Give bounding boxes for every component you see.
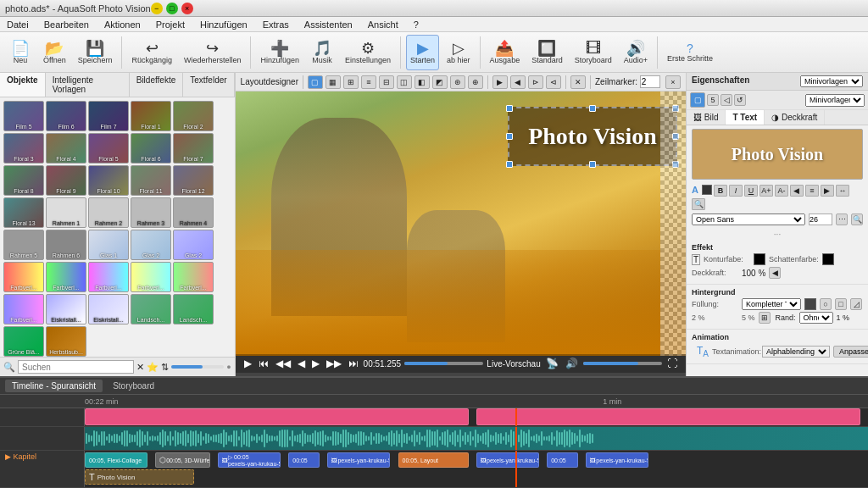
thumb-floral9[interactable]: Floral 9 [46,165,86,196]
font-align-r-btn[interactable]: ▶ [821,185,834,197]
live-preview-toggle[interactable]: 📡 [544,358,560,369]
handle-bl[interactable] [506,161,513,168]
tab-textfelder[interactable]: Textfelder [183,73,234,97]
rp-ctrl-3[interactable]: ◁ [721,94,732,106]
menu-projekt[interactable]: Projekt [153,19,188,30]
fullscreen-button[interactable]: ⛶ [665,358,679,369]
clip-photo4[interactable]: 🖼 pexels-yan-krukau-5... [476,452,539,468]
rp-ctrl-2[interactable]: 5 [707,94,719,106]
thumb-rahmen3[interactable]: Rahmen 3 [131,197,171,228]
tb-first-steps-button[interactable]: ? Erste Schritte [663,35,717,70]
fullung-btn2[interactable]: □ [835,298,847,310]
thumb-floral4[interactable]: Floral 4 [46,133,86,164]
thumb-herbst[interactable]: Herbstlaub... [46,326,86,357]
rp-tab-text[interactable]: T Text [726,110,765,125]
ld-grid2-btn[interactable]: ⊞ [343,75,359,89]
font-underline-btn[interactable]: U [744,185,758,197]
clip-photo6[interactable]: 🖼 pexels-yan-krukau-5... [586,452,648,468]
volume-slider[interactable] [583,362,662,365]
thumb-floral6[interactable]: Floral 6 [131,133,171,164]
font-size-input[interactable] [809,214,832,225]
menu-aktionen[interactable]: Aktionen [101,19,144,30]
thumb-glas2[interactable]: Glas 2 [131,230,171,260]
menu-assistenten[interactable]: Assistenten [301,19,356,30]
thumb-farbverl5[interactable]: Farbverl... [173,262,214,292]
rp-tab-bild[interactable]: 🖼 Bild [687,110,726,125]
tab-vorlagen[interactable]: Intelligente Vorlagen [46,73,130,97]
fullung-swatch[interactable] [804,298,816,310]
menu-bearbeiten[interactable]: Bearbeiten [41,19,92,30]
tb-storyboard-button[interactable]: 🎞 Storyboard [570,35,616,70]
schattenfarbe-swatch[interactable] [822,253,834,265]
tb-new-button[interactable]: 📄 Neu [5,35,36,70]
step-fwd-button[interactable]: ▶ [310,358,321,369]
zeilmarker-input[interactable] [640,75,660,88]
thumb-floral2[interactable]: Floral 2 [173,101,214,131]
step-back-button[interactable]: ◀ [296,358,307,369]
clip-photo1[interactable]: 🖼 ▷ 00:05pexels-yan-krukau-5... [218,452,281,468]
handle-tl[interactable] [506,105,513,112]
thumb-floral1[interactable]: Floral 1 [131,101,171,131]
prev-button[interactable]: ⏮ [257,358,270,369]
fullung-btn3[interactable]: ◿ [850,298,862,310]
handle-tc[interactable] [589,105,596,112]
menu-datei[interactable]: Datei [3,19,32,30]
thumb-eis1[interactable]: Eiskristall... [46,294,86,324]
tb-start-button[interactable]: ▶ Starten [406,35,439,70]
fullung-btn1[interactable]: ○ [820,298,832,310]
ld-split-btn[interactable]: ◫ [397,75,412,89]
tb-from-here-button[interactable]: ▷ ab hier [442,35,475,70]
thumb-rahmen5[interactable]: Rahmen 5 [3,230,44,260]
deckkraft-down[interactable]: ◀ [769,267,781,279]
font-align-c-btn[interactable]: ≡ [805,185,819,197]
tb-audioplus-button[interactable]: 🔊 Audio+ [620,35,652,70]
clip-photo5[interactable]: 00:05 [547,452,578,468]
thumb-farbverl4[interactable]: Farbverl... [131,262,171,292]
thumb-farbverl1[interactable]: Farbverl... [3,262,44,292]
clip-pink-2[interactable] [476,408,860,425]
font-name-select[interactable]: Open Sans [692,214,805,225]
search-sort-icon[interactable]: ⇅ [161,362,169,373]
close-button[interactable]: × [181,3,193,14]
thumb-floral3[interactable]: Floral 3 [3,133,44,164]
thumb-floral7[interactable]: Floral 7 [173,133,214,164]
tab-bildeffekte[interactable]: Bildeffekte [130,73,184,97]
tb-save-button[interactable]: 💾 Speichern [74,35,117,70]
thumb-glas1[interactable]: Glas 1 [88,230,129,260]
clip-pink-1[interactable] [85,408,469,425]
textanimation-select[interactable]: Alphablending [762,346,830,358]
search-input[interactable] [18,360,134,374]
rand-btn[interactable]: ⊞ [759,312,771,324]
thumb-floral13[interactable]: Floral 13 [3,197,44,228]
rand-select[interactable]: Ohne [799,312,833,324]
next-button[interactable]: ⏭ [347,358,360,369]
volume-icon[interactable]: 🔊 [564,358,580,369]
ld-select-btn[interactable]: ▢ [308,75,323,89]
font-spacing-btn[interactable]: ↔ [836,185,849,197]
ld-cir-btn[interactable]: ⊛ [450,75,465,89]
menu-hinzufugen[interactable]: Hinzufügen [197,19,251,30]
tl-tab-timeline[interactable]: Timeline - Spuransicht [5,380,103,392]
menu-help[interactable]: ? [410,19,422,30]
ld-diag-btn[interactable]: ◩ [432,75,448,89]
thumb-rahmen2[interactable]: Rahmen 2 [88,197,129,228]
thumb-eis2[interactable]: Eiskristall... [88,294,129,324]
font-size-up-btn[interactable]: A+ [760,185,773,197]
thumb-film7[interactable]: Film 7 [88,101,129,131]
thumb-farbverl3[interactable]: Farbverl... [88,262,129,292]
rp-ctrl-4[interactable]: ↺ [734,94,746,106]
preview-title-box[interactable]: Photo Vision [508,107,677,166]
thumb-farbverl6[interactable]: Farbverl... [3,294,44,324]
tb-music-button[interactable]: 🎵 Musik [307,35,337,70]
rp-ctrl-1[interactable]: ▢ [690,92,705,108]
handle-bc[interactable] [589,161,596,168]
ld-del-btn[interactable]: ✕ [570,75,586,89]
layout-designer-close-btn[interactable]: × [665,75,681,89]
tb-open-button[interactable]: 📂 Öffnen [39,35,70,70]
rp-tab-deckkraft[interactable]: ◑ Deckkraft [765,110,825,125]
tab-objekte[interactable]: Objekte [0,73,46,97]
konturfarbe-swatch[interactable] [754,253,765,265]
minivorlagen-dropdown[interactable]: Minivorlagen [805,94,865,107]
maximize-button[interactable]: □ [166,3,178,14]
menu-ansicht[interactable]: Ansicht [364,19,402,30]
